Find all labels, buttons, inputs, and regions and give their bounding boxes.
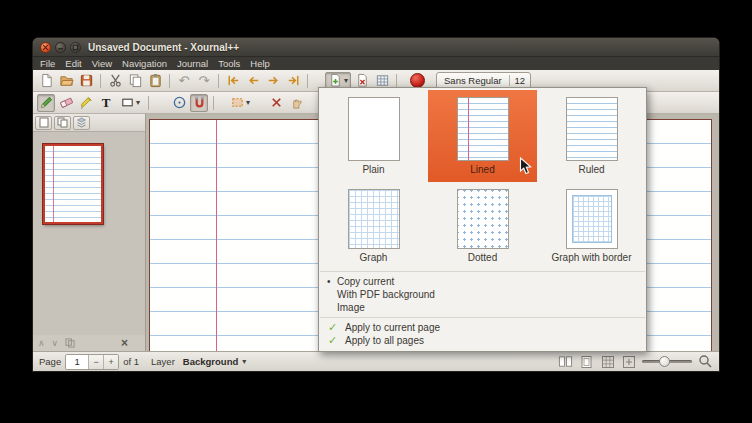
zoom-slider[interactable] bbox=[642, 356, 692, 368]
menu-item-label: With PDF background bbox=[337, 289, 435, 300]
dual-page-view-button[interactable] bbox=[558, 354, 573, 369]
menu-item-apply-to-all-pages[interactable]: ✓ Apply to all pages bbox=[319, 334, 646, 347]
shape-rectangle-icon bbox=[120, 95, 135, 110]
fit-page-button[interactable] bbox=[579, 354, 594, 369]
background-option-graph-with-border[interactable]: Graph with border bbox=[537, 182, 646, 268]
grid-view-button[interactable] bbox=[600, 354, 615, 369]
menu-item-apply-to-current-page[interactable]: ✓ Apply to current page bbox=[319, 321, 646, 334]
plain-preview bbox=[348, 97, 400, 161]
background-label: Lined bbox=[470, 164, 494, 175]
zoom-button[interactable] bbox=[698, 354, 713, 369]
layer-dropdown[interactable]: Background ▾ bbox=[179, 354, 250, 369]
background-label: Dotted bbox=[468, 252, 497, 263]
xournalpp-window: Unsaved Document - Xournal++ File Edit V… bbox=[33, 38, 719, 371]
move-page-up-button[interactable]: ∧ bbox=[38, 339, 45, 348]
menu-file[interactable]: File bbox=[35, 58, 60, 69]
hand-tool-button[interactable] bbox=[287, 94, 305, 112]
zoom-slider-handle[interactable] bbox=[659, 356, 670, 367]
record-icon bbox=[410, 73, 425, 88]
background-option-lined[interactable]: Lined bbox=[428, 90, 537, 182]
toolbar-separator bbox=[307, 74, 308, 88]
background-label: Graph bbox=[360, 252, 388, 263]
menu-help[interactable]: Help bbox=[245, 58, 275, 69]
selection-tool-dropdown-button[interactable]: ▾ bbox=[227, 94, 253, 112]
save-button[interactable] bbox=[77, 72, 95, 90]
first-page-button[interactable] bbox=[224, 72, 242, 90]
magnet-icon bbox=[192, 95, 207, 110]
toolbar-separator bbox=[218, 74, 219, 88]
font-size-field[interactable]: 12 bbox=[510, 75, 531, 86]
paste-button[interactable] bbox=[146, 72, 164, 90]
background-label: Ruled bbox=[578, 164, 604, 175]
page-thumbnail-selected[interactable] bbox=[43, 144, 103, 224]
toolbar-separator bbox=[213, 96, 214, 110]
menu-item-copy-current[interactable]: • Copy current bbox=[319, 275, 646, 288]
shape-recognizer-button[interactable] bbox=[170, 94, 188, 112]
previous-page-icon bbox=[246, 73, 261, 88]
graph-with-border-preview bbox=[566, 189, 618, 249]
pen-tool-button[interactable] bbox=[37, 94, 55, 112]
page-preview-panel bbox=[33, 132, 145, 335]
menu-item-image[interactable]: Image bbox=[319, 301, 646, 314]
new-document-icon bbox=[39, 73, 54, 88]
font-name-button[interactable]: Sans Regular bbox=[437, 75, 510, 86]
snapping-tool-button[interactable] bbox=[190, 94, 208, 112]
delete-selection-button[interactable] bbox=[267, 94, 285, 112]
page-increment-button[interactable]: + bbox=[103, 355, 118, 369]
move-page-down-button[interactable]: ∨ bbox=[52, 339, 59, 348]
highlighter-tool-button[interactable] bbox=[77, 94, 95, 112]
sidebar-tab-strip bbox=[33, 114, 145, 132]
close-icon bbox=[42, 44, 49, 51]
window-maximize-button[interactable] bbox=[70, 42, 81, 53]
cut-button[interactable] bbox=[106, 72, 124, 90]
page-background-popup: Plain Lined Ruled Graph Dotted bbox=[318, 87, 647, 352]
duplicate-page-icon[interactable] bbox=[65, 338, 75, 348]
last-page-icon bbox=[286, 73, 301, 88]
close-sidebar-button[interactable]: × bbox=[121, 337, 128, 349]
chevron-down-icon: ▾ bbox=[242, 358, 246, 366]
menu-item-with-pdf-background[interactable]: With PDF background bbox=[319, 288, 646, 301]
page-spinner: − + bbox=[65, 354, 119, 370]
menu-item-label: Apply to current page bbox=[345, 322, 440, 333]
copy-button[interactable] bbox=[126, 72, 144, 90]
new-document-button[interactable] bbox=[37, 72, 55, 90]
redo-icon: ↷ bbox=[199, 74, 210, 87]
layers-icon bbox=[76, 117, 87, 128]
eraser-tool-button[interactable] bbox=[57, 94, 75, 112]
sidebar-tab-contents[interactable] bbox=[54, 116, 71, 130]
text-tool-button[interactable]: T bbox=[97, 94, 115, 112]
menu-edit[interactable]: Edit bbox=[60, 58, 86, 69]
toolbar-separator bbox=[148, 96, 149, 110]
chevron-down-icon: ▾ bbox=[136, 99, 140, 107]
shape-tool-dropdown-button[interactable]: ▾ bbox=[117, 94, 143, 112]
menu-journal[interactable]: Journal bbox=[172, 58, 213, 69]
window-close-button[interactable] bbox=[40, 42, 51, 53]
undo-button[interactable]: ↶ bbox=[175, 72, 193, 90]
sidebar-footer: ∧ ∨ × bbox=[33, 335, 145, 351]
window-minimize-button[interactable] bbox=[55, 42, 66, 53]
page-decrement-button[interactable]: − bbox=[88, 355, 103, 369]
hand-icon bbox=[289, 95, 304, 110]
zoom-fit-button[interactable] bbox=[621, 354, 636, 369]
background-option-ruled[interactable]: Ruled bbox=[537, 90, 646, 182]
menu-view[interactable]: View bbox=[87, 58, 117, 69]
paste-icon bbox=[148, 73, 163, 88]
menu-tools[interactable]: Tools bbox=[213, 58, 245, 69]
toolbar-separator bbox=[100, 74, 101, 88]
previous-page-button[interactable] bbox=[244, 72, 262, 90]
sidebar-tab-page-preview[interactable] bbox=[35, 116, 52, 130]
sidebar-tab-layers[interactable] bbox=[73, 116, 90, 130]
open-document-button[interactable] bbox=[57, 72, 75, 90]
next-page-button[interactable] bbox=[264, 72, 282, 90]
popup-separator bbox=[320, 317, 645, 318]
background-option-dotted[interactable]: Dotted bbox=[428, 182, 537, 268]
last-page-button[interactable] bbox=[284, 72, 302, 90]
page-number-input[interactable] bbox=[66, 355, 88, 369]
redo-button[interactable]: ↷ bbox=[195, 72, 213, 90]
lined-preview bbox=[457, 97, 509, 161]
background-option-plain[interactable]: Plain bbox=[319, 90, 428, 182]
background-option-graph[interactable]: Graph bbox=[319, 182, 428, 268]
menu-navigation[interactable]: Navigation bbox=[117, 58, 172, 69]
statusbar: Page − + of 1 Layer Background ▾ bbox=[33, 351, 719, 371]
text-tool-icon: T bbox=[102, 96, 111, 109]
